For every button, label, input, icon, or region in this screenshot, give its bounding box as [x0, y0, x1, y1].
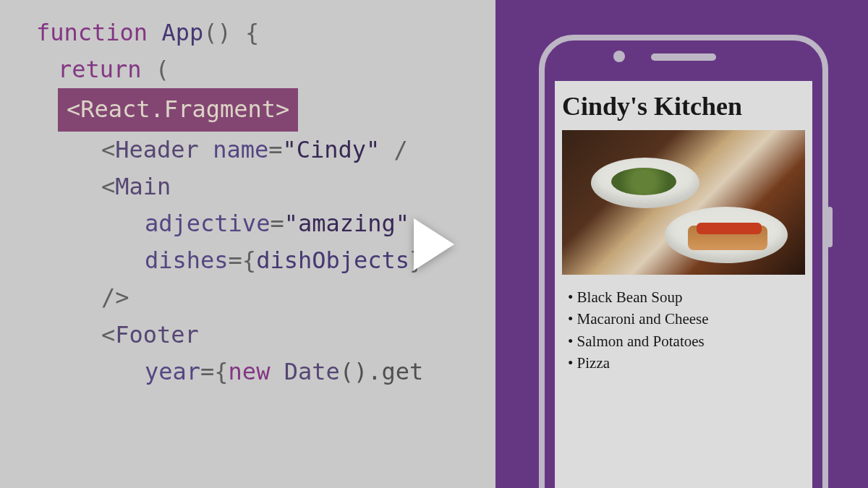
code-line-4: <Header name="Cindy" / — [36, 132, 495, 168]
highlighted-fragment: <React.Fragment> — [58, 88, 298, 131]
tag-main: Main — [115, 173, 171, 200]
attr-name: name — [199, 136, 268, 163]
tag-footer: Footer — [115, 321, 199, 348]
phone-frame: Cindy's Kitchen Black Bean Soup Macaroni… — [539, 35, 828, 488]
menu-item: Salmon and Potatoes — [568, 330, 799, 352]
bread-topping — [697, 223, 762, 234]
code-line-5: <Main — [36, 168, 495, 205]
var-dishobjects: dishObjects — [256, 247, 409, 274]
string-cindy: "Cindy" — [282, 136, 380, 163]
keyword-return: return — [58, 56, 142, 83]
tag-header: Header — [115, 136, 199, 163]
code-line-2: return ( — [36, 51, 495, 88]
food-image — [562, 130, 805, 275]
closing-tag: /> — [101, 283, 129, 311]
code-line-1: function App() { — [36, 14, 495, 51]
phone-speaker-icon — [651, 53, 716, 61]
attr-dishes: dishes — [145, 247, 229, 274]
code-line-10: year={new Date().get — [36, 354, 495, 390]
brace: { — [231, 19, 260, 46]
phone-side-button — [827, 207, 833, 247]
code-line-8: /> — [36, 279, 495, 316]
app-title: Cindy's Kitchen — [562, 91, 805, 121]
paren-open: ( — [142, 56, 170, 83]
phone-camera-icon — [613, 51, 625, 62]
attr-adjective: adjective — [145, 210, 270, 237]
menu-item: Black Bean Soup — [568, 286, 799, 308]
parens: () — [203, 19, 231, 46]
phone-preview-panel: Cindy's Kitchen Black Bean Soup Macaroni… — [495, 0, 868, 488]
menu-item: Macaroni and Cheese — [568, 308, 799, 330]
class-date: Date — [270, 358, 339, 385]
keyword-function: function — [36, 19, 148, 46]
string-amazing: "amazing" — [284, 210, 409, 237]
menu-item: Pizza — [568, 352, 799, 374]
menu-list: Black Bean Soup Macaroni and Cheese Salm… — [562, 275, 805, 386]
method-call: ().get — [340, 358, 424, 385]
code-line-9: <Footer — [36, 317, 495, 354]
attr-year: year — [145, 358, 200, 385]
play-button[interactable] — [414, 218, 454, 270]
code-line-3-highlight: <React.Fragment> — [36, 88, 495, 131]
phone-screen: Cindy's Kitchen Black Bean Soup Macaroni… — [555, 81, 812, 488]
function-name: App — [161, 19, 203, 46]
salad-graphic — [611, 168, 676, 195]
keyword-new: new — [229, 358, 271, 385]
